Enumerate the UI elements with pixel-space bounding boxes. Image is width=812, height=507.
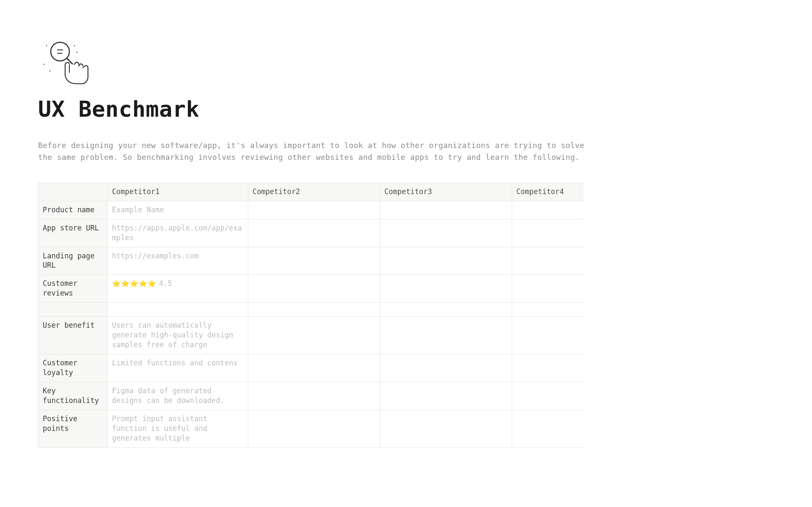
cell-spacer-c2[interactable]	[248, 303, 380, 317]
svg-point-4	[44, 64, 44, 65]
cell-spacer-c4[interactable]	[512, 303, 584, 317]
row-customer-reviews: Customer reviews ⭐⭐⭐⭐⭐4.5	[38, 275, 584, 303]
cell-functionality-c1[interactable]: Figma data of generated designs can be d…	[107, 382, 248, 410]
page-icon	[38, 38, 97, 89]
cell-product-name-c2[interactable]	[248, 201, 380, 219]
rowlabel-spacer	[38, 303, 108, 317]
cell-positive-c2[interactable]	[248, 410, 380, 447]
header-competitor2: Competitor2	[248, 183, 380, 201]
cell-product-name-c4[interactable]	[512, 201, 584, 219]
cell-landing-c1[interactable]: https://examples.com	[107, 247, 248, 275]
cell-loyalty-c3[interactable]	[380, 354, 512, 382]
header-competitor3: Competitor3	[380, 183, 512, 201]
cell-spacer-c3[interactable]	[380, 303, 512, 317]
rowlabel-product-name: Product name	[38, 201, 108, 219]
rowlabel-user-benefit: User benefit	[38, 317, 108, 354]
cell-benefit-c3[interactable]	[380, 317, 512, 354]
cell-appstore-c2[interactable]	[248, 219, 380, 247]
cell-loyalty-c1[interactable]: Limited functions and contens	[107, 354, 248, 382]
cell-positive-c4[interactable]	[512, 410, 584, 447]
page-title: UX Benchmark	[38, 96, 812, 122]
svg-point-7	[77, 52, 77, 53]
cell-loyalty-c4[interactable]	[512, 354, 584, 382]
rowlabel-key-functionality: Key functionality	[38, 382, 108, 410]
row-key-functionality: Key functionality Figma data of generate…	[38, 382, 584, 410]
cell-loyalty-c2[interactable]	[248, 354, 380, 382]
cell-product-name-c1[interactable]: Example Name	[107, 201, 248, 219]
svg-point-6	[74, 45, 75, 46]
rowlabel-positive-points: Positive points	[38, 410, 108, 447]
cell-positive-c1[interactable]: Prompt input assistant function is usefu…	[107, 410, 248, 447]
document-page: UX Benchmark Before designing your new s…	[0, 0, 812, 473]
row-spacer	[38, 303, 584, 317]
cell-landing-c2[interactable]	[248, 247, 380, 275]
row-user-benefit: User benefit Users can automatically gen…	[38, 317, 584, 354]
cell-reviews-c3[interactable]	[380, 275, 512, 303]
svg-point-5	[49, 71, 50, 71]
row-positive-points: Positive points Prompt input assistant f…	[38, 410, 584, 447]
rowlabel-customer-reviews: Customer reviews	[38, 275, 108, 303]
magnifier-hand-icon	[38, 38, 97, 89]
header-competitor1: Competitor1	[107, 183, 248, 201]
intro-paragraph: Before designing your new software/app, …	[38, 140, 588, 163]
cell-appstore-c1[interactable]: https://apps.apple.com/app/examples	[107, 219, 248, 247]
table-viewport: Competitor1 Competitor2 Competitor3 Comp…	[38, 183, 584, 448]
cell-positive-c3[interactable]	[380, 410, 512, 447]
cell-appstore-c3[interactable]	[380, 219, 512, 247]
cell-appstore-c4[interactable]	[512, 219, 584, 247]
rating-value: 4.5	[159, 279, 172, 288]
cell-benefit-c4[interactable]	[512, 317, 584, 354]
cell-landing-c3[interactable]	[380, 247, 512, 275]
rowlabel-landing-url: Landing page URL	[38, 247, 108, 275]
row-appstore-url: App store URL https://apps.apple.com/app…	[38, 219, 584, 247]
rowlabel-customer-loyalty: Customer loyalty	[38, 354, 108, 382]
cell-functionality-c3[interactable]	[380, 382, 512, 410]
table-header-row: Competitor1 Competitor2 Competitor3 Comp…	[38, 183, 584, 201]
row-product-name: Product name Example Name	[38, 201, 584, 219]
cell-product-name-c3[interactable]	[380, 201, 512, 219]
header-competitor4: Competitor4	[512, 183, 584, 201]
header-blank	[38, 183, 108, 201]
cell-benefit-c1[interactable]: Users can automatically generate high-qu…	[107, 317, 248, 354]
star-icons: ⭐⭐⭐⭐⭐	[112, 280, 156, 288]
cell-spacer-c1[interactable]	[107, 303, 248, 317]
row-landing-url: Landing page URL https://examples.com	[38, 247, 584, 275]
cell-benefit-c2[interactable]	[248, 317, 380, 354]
cell-landing-c4[interactable]	[512, 247, 584, 275]
cell-reviews-c4[interactable]	[512, 275, 584, 303]
cell-reviews-c1[interactable]: ⭐⭐⭐⭐⭐4.5	[107, 275, 248, 303]
svg-point-0	[51, 42, 69, 61]
svg-point-8	[46, 45, 47, 46]
cell-functionality-c4[interactable]	[512, 382, 584, 410]
rowlabel-appstore-url: App store URL	[38, 219, 108, 247]
row-customer-loyalty: Customer loyalty Limited functions and c…	[38, 354, 584, 382]
cell-functionality-c2[interactable]	[248, 382, 380, 410]
benchmark-table: Competitor1 Competitor2 Competitor3 Comp…	[38, 183, 584, 448]
cell-reviews-c2[interactable]	[248, 275, 380, 303]
